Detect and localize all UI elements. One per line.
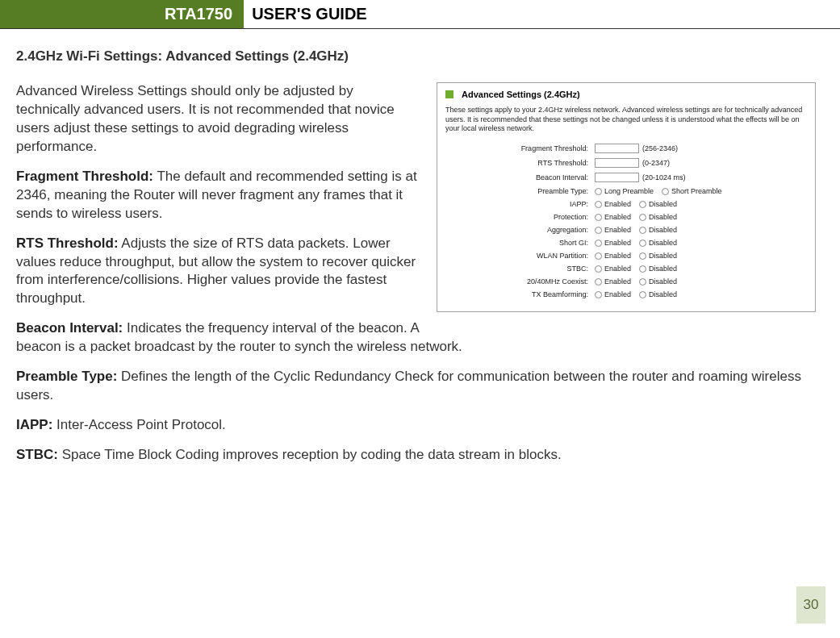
radio-stbc-enabled[interactable] — [595, 265, 602, 273]
radio-aggregation-enabled[interactable] — [595, 227, 602, 234]
page-header: RTA1750 USER'S GUIDE — [0, 0, 840, 29]
text-preamble-type: Defines the length of the Cyclic Redunda… — [16, 369, 801, 402]
def-preamble-type: Preamble Type: Defines the length of the… — [16, 368, 816, 405]
option-txbf-disabled: Disabled — [649, 290, 677, 298]
def-stbc: STBC: Space Time Block Coding improves r… — [16, 446, 816, 465]
square-icon — [445, 90, 453, 98]
term-iapp: IAPP: — [16, 417, 52, 432]
section-title: 2.4GHz Wi-Fi Settings: Advanced Settings… — [16, 48, 816, 65]
radio-coexist-enabled[interactable] — [595, 278, 602, 286]
radio-txbf-enabled[interactable] — [595, 291, 602, 298]
row-rts-threshold: RTS Threshold: (0-2347) — [445, 158, 807, 168]
option-shortgi-enabled: Enabled — [604, 239, 631, 247]
option-aggregation-disabled: Disabled — [649, 226, 677, 234]
page-number: 30 — [796, 586, 825, 623]
radio-aggregation-disabled[interactable] — [639, 227, 646, 234]
radio-coexist-disabled[interactable] — [639, 278, 646, 286]
option-iapp-enabled: Enabled — [604, 200, 631, 208]
hint-beacon-interval: (20-1024 ms) — [642, 173, 686, 181]
option-wlan-enabled: Enabled — [604, 252, 631, 260]
label-wlan-partition: WLAN Partition: — [445, 252, 595, 260]
label-short-gi: Short GI: — [445, 239, 595, 247]
term-beacon-interval: Beacon Interval: — [16, 320, 123, 336]
label-fragment-threshold: Fragment Threshold: — [445, 144, 595, 152]
panel-description: These settings apply to your 2.4GHz wire… — [445, 106, 807, 134]
label-rts-threshold: RTS Threshold: — [445, 159, 595, 167]
option-stbc-disabled: Disabled — [649, 265, 677, 273]
option-protection-enabled: Enabled — [604, 213, 631, 221]
row-beacon-interval: Beacon Interval: (20-1024 ms) — [445, 173, 807, 182]
hint-fragment-threshold: (256-2346) — [642, 144, 678, 152]
option-long-preamble: Long Preamble — [604, 187, 654, 195]
hint-rts-threshold: (0-2347) — [642, 159, 670, 167]
radio-long-preamble[interactable] — [595, 188, 602, 195]
term-preamble-type: Preamble Type: — [16, 369, 117, 384]
panel-header: Advanced Settings (2.4GHz) — [445, 90, 807, 99]
input-rts-threshold[interactable] — [595, 158, 639, 168]
row-wlan-partition: WLAN Partition: Enabled Disabled — [445, 252, 807, 260]
panel-title: Advanced Settings (2.4GHz) — [462, 90, 580, 99]
radio-wlan-disabled[interactable] — [639, 252, 646, 260]
term-rts-threshold: RTS Threshold: — [16, 236, 119, 251]
option-wlan-disabled: Disabled — [649, 252, 677, 260]
row-iapp: IAPP: Enabled Disabled — [445, 200, 807, 208]
option-stbc-enabled: Enabled — [604, 265, 631, 273]
header-model-badge: RTA1750 — [153, 0, 244, 28]
label-tx-beamforming: TX Beamforming: — [445, 290, 595, 298]
row-short-gi: Short GI: Enabled Disabled — [445, 239, 807, 247]
radio-shortgi-enabled[interactable] — [595, 240, 602, 247]
label-aggregation: Aggregation: — [445, 226, 595, 234]
input-beacon-interval[interactable] — [595, 173, 639, 182]
option-short-preamble: Short Preamble — [671, 187, 722, 195]
label-stbc: STBC: — [445, 265, 595, 273]
label-preamble-type: Preamble Type: — [445, 187, 595, 195]
def-beacon-interval: Beacon Interval: Indicates the frequency… — [16, 319, 816, 357]
row-protection: Protection: Enabled Disabled — [445, 213, 807, 221]
row-fragment-threshold: Fragment Threshold: (256-2346) — [445, 144, 807, 153]
header-accent-bar — [0, 0, 153, 28]
option-iapp-disabled: Disabled — [649, 200, 677, 208]
label-iapp: IAPP: — [445, 200, 595, 208]
radio-protection-enabled[interactable] — [595, 214, 602, 221]
option-txbf-enabled: Enabled — [604, 290, 631, 298]
option-coexist-disabled: Disabled — [649, 277, 677, 286]
label-protection: Protection: — [445, 213, 595, 221]
def-iapp: IAPP: Inter-Access Point Protocol. — [16, 416, 816, 435]
option-protection-disabled: Disabled — [649, 213, 677, 221]
term-fragment-threshold: Fragment Threshold: — [16, 169, 153, 184]
settings-screenshot-panel: Advanced Settings (2.4GHz) These setting… — [437, 82, 816, 312]
page-content: 2.4GHz Wi-Fi Settings: Advanced Settings… — [0, 29, 840, 476]
option-shortgi-disabled: Disabled — [649, 239, 677, 247]
radio-wlan-enabled[interactable] — [595, 252, 602, 260]
radio-iapp-disabled[interactable] — [639, 201, 646, 208]
row-aggregation: Aggregation: Enabled Disabled — [445, 226, 807, 234]
radio-protection-disabled[interactable] — [639, 214, 646, 221]
row-tx-beamforming: TX Beamforming: Enabled Disabled — [445, 290, 807, 298]
radio-iapp-enabled[interactable] — [595, 201, 602, 208]
radio-stbc-disabled[interactable] — [639, 265, 646, 273]
text-iapp: Inter-Access Point Protocol. — [52, 417, 225, 432]
radio-txbf-disabled[interactable] — [639, 291, 646, 298]
text-stbc: Space Time Block Coding improves recepti… — [58, 447, 562, 462]
radio-short-preamble[interactable] — [662, 188, 669, 195]
label-coexist: 20/40MHz Coexist: — [445, 277, 595, 286]
input-fragment-threshold[interactable] — [595, 144, 639, 153]
option-aggregation-enabled: Enabled — [604, 226, 631, 234]
header-title: USER'S GUIDE — [244, 0, 375, 28]
option-coexist-enabled: Enabled — [604, 277, 631, 286]
row-coexist: 20/40MHz Coexist: Enabled Disabled — [445, 277, 807, 286]
label-beacon-interval: Beacon Interval: — [445, 173, 595, 181]
row-preamble-type: Preamble Type: Long Preamble Short Pream… — [445, 187, 807, 195]
term-stbc: STBC: — [16, 447, 58, 462]
row-stbc: STBC: Enabled Disabled — [445, 265, 807, 273]
radio-shortgi-disabled[interactable] — [639, 240, 646, 247]
